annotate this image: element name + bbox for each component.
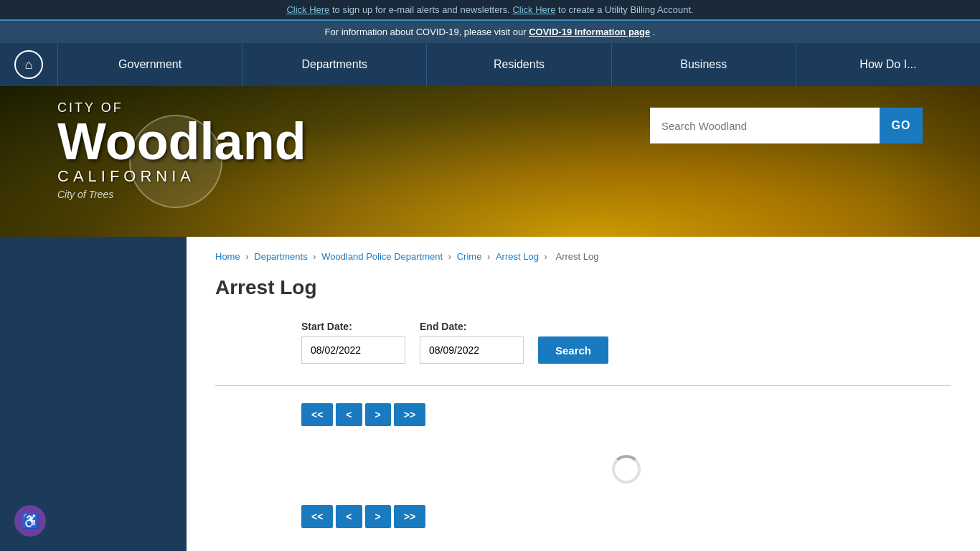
main-nav: ⌂ Government Departments Residents Busin…	[0, 43, 980, 86]
covid-text-end: .	[653, 27, 656, 37]
nav-item-departments[interactable]: Departments	[242, 43, 426, 86]
breadcrumb-sep-1: ›	[245, 251, 251, 262]
alert-text-2: to create a Utility Billing Account.	[558, 4, 694, 15]
nav-items: Government Departments Residents Busines…	[57, 43, 980, 86]
accessibility-button[interactable]: ♿	[14, 505, 46, 537]
breadcrumb-sep-5: ›	[545, 251, 550, 262]
end-date-label: End Date:	[420, 321, 524, 332]
search-button[interactable]: Search	[538, 336, 608, 364]
pagination-top: << < > >>	[301, 403, 951, 426]
nav-item-residents[interactable]: Residents	[426, 43, 611, 86]
nav-item-business[interactable]: Business	[611, 43, 796, 86]
start-date-label: Start Date:	[301, 321, 405, 332]
next-page-button-top[interactable]: >	[365, 403, 391, 426]
breadcrumb-sep-4: ›	[487, 251, 493, 262]
breadcrumb-departments[interactable]: Departments	[254, 251, 307, 262]
alert-bar: Click Here to sign up for e-mail alerts …	[0, 0, 980, 19]
page-title: Arrest Log	[215, 276, 951, 299]
home-icon: ⌂	[14, 50, 43, 79]
accessibility-icon: ♿	[22, 512, 39, 529]
covid-link[interactable]: COVID-19 Information page	[529, 27, 650, 37]
covid-text: For information about COVID-19, please v…	[325, 27, 529, 37]
end-date-input[interactable]	[420, 336, 524, 364]
breadcrumb-sep-3: ›	[448, 251, 454, 262]
content-divider	[215, 385, 951, 386]
home-nav-item[interactable]: ⌂	[0, 43, 57, 86]
city-name: Woodland	[57, 116, 306, 167]
loading-indicator	[301, 441, 951, 498]
main-layout: Home › Departments › Woodland Police Dep…	[0, 237, 980, 551]
last-page-button-bottom[interactable]: >>	[394, 505, 425, 528]
nav-item-government[interactable]: Government	[57, 43, 242, 86]
pagination-bottom: << < > >>	[301, 505, 951, 528]
alert-text: to sign up for e-mail alerts and newslet…	[332, 4, 512, 15]
search-form: Start Date: End Date: Search	[301, 321, 951, 364]
hero-search-area: GO	[650, 108, 923, 143]
first-page-button-bottom[interactable]: <<	[301, 505, 333, 528]
sidebar	[0, 237, 187, 551]
end-date-group: End Date:	[420, 321, 524, 364]
search-input[interactable]	[650, 108, 880, 143]
first-page-button-top[interactable]: <<	[301, 403, 333, 426]
breadcrumb-sep-2: ›	[313, 251, 319, 262]
covid-bar: For information about COVID-19, please v…	[0, 19, 980, 43]
email-alert-link[interactable]: Click Here	[286, 4, 329, 15]
breadcrumb-home[interactable]: Home	[215, 251, 240, 262]
hero-banner: CITY OF Woodland CALIFORNIA City of Tree…	[0, 86, 980, 237]
prev-page-button-top[interactable]: <	[336, 403, 362, 426]
city-tagline: City of Trees	[57, 189, 306, 200]
breadcrumb-arrest-log[interactable]: Arrest Log	[496, 251, 539, 262]
main-content: Home › Departments › Woodland Police Dep…	[187, 237, 980, 551]
search-go-button[interactable]: GO	[880, 108, 923, 143]
spinner-icon	[612, 455, 641, 484]
breadcrumb: Home › Departments › Woodland Police Dep…	[215, 251, 951, 262]
prev-page-button-bottom[interactable]: <	[336, 505, 362, 528]
start-date-input[interactable]	[301, 336, 405, 364]
breadcrumb-police[interactable]: Woodland Police Department	[321, 251, 443, 262]
last-page-button-top[interactable]: >>	[394, 403, 425, 426]
nav-item-how-do-i[interactable]: How Do I...	[796, 43, 980, 86]
breadcrumb-current: Arrest Log	[556, 251, 599, 262]
next-page-button-bottom[interactable]: >	[365, 505, 391, 528]
billing-link[interactable]: Click Here	[512, 4, 555, 15]
start-date-group: Start Date:	[301, 321, 405, 364]
city-logo: CITY OF Woodland CALIFORNIA City of Tree…	[57, 100, 306, 200]
breadcrumb-crime[interactable]: Crime	[457, 251, 482, 262]
